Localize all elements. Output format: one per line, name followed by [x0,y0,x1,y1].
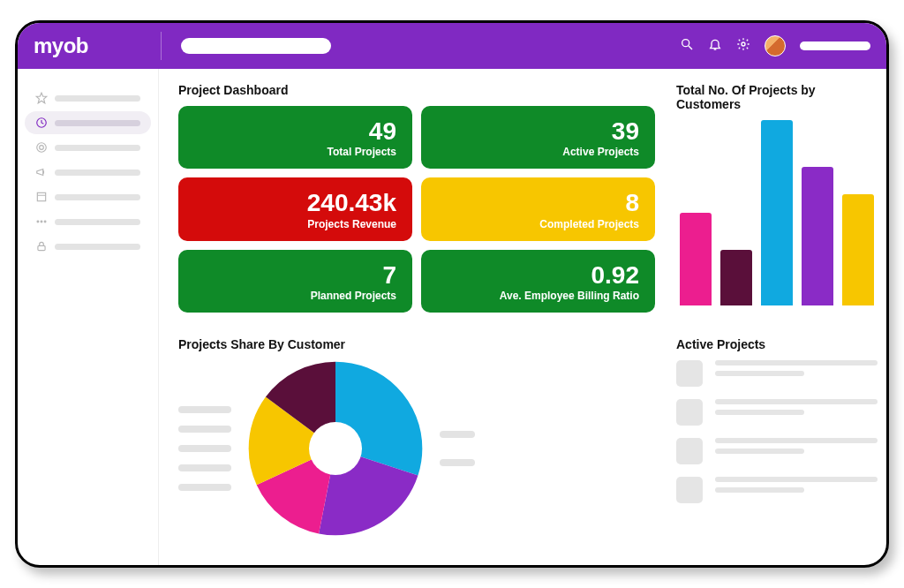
kpi-card: 8Completed Projects [421,177,655,240]
topbar-actions [680,35,870,57]
sidebar-item[interactable] [25,161,151,184]
bar [720,250,752,305]
kpi-card: 49Total Projects [178,106,412,169]
kpi-value: 8 [437,190,639,215]
sidebar-item[interactable] [25,210,151,233]
user-name [800,41,870,50]
kpi-card: 39Active Projects [421,106,655,169]
active-projects-list [676,360,878,503]
dots-icon [35,215,48,228]
svg-marker-4 [36,93,47,103]
list-line [715,449,804,454]
svg-point-6 [37,143,47,153]
dashboard-title: Project Dashboard [178,83,655,97]
megaphone-icon [35,166,48,178]
list-item[interactable] [676,477,878,503]
svg-rect-13 [38,245,45,250]
bar-chart-title: Total No. Of Projects by Customers [676,83,878,111]
list-thumb [676,399,703,426]
sidebar-item-label [55,95,140,102]
svg-point-10 [37,221,39,222]
sidebar [18,69,159,565]
sidebar-item[interactable] [25,185,151,208]
svg-line-1 [689,46,692,49]
list-item[interactable] [676,360,878,387]
legend-item [178,484,231,491]
kpi-section: Project Dashboard 49Total Projects39Acti… [178,83,655,327]
kpi-value: 0.92 [437,262,639,288]
gear-icon[interactable] [736,37,750,55]
search-input[interactable] [181,38,331,54]
donut-legend [178,406,231,491]
donut-section: Projects Share By Customer [178,337,655,551]
sidebar-item-label [55,219,140,225]
svg-point-12 [44,221,46,222]
legend-item [178,445,231,452]
kpi-card: 0.92Ave. Employee Billing Ratio [421,250,655,313]
search-icon[interactable] [680,37,694,55]
kpi-label: Active Projects [437,146,639,158]
list-line [715,360,878,366]
app-frame: myob Project Dashboard 49Total Pr [15,20,889,568]
kpi-value: 49 [194,118,396,144]
list-line [715,438,878,443]
bar [680,213,712,305]
svg-rect-8 [37,192,45,200]
list-item[interactable] [676,438,878,464]
topbar: myob [18,23,886,69]
donut-legend-right [440,431,475,466]
sidebar-item[interactable] [25,111,151,134]
main-content: Project Dashboard 49Total Projects39Acti… [159,69,886,565]
kpi-value: 39 [437,118,639,144]
sidebar-item-label [55,194,140,200]
star-icon [35,92,48,104]
active-projects-section: Active Projects [676,337,878,551]
bell-icon[interactable] [708,37,722,55]
bar [802,167,833,306]
bar-chart-section: Total No. Of Projects by Customers [676,83,878,327]
kpi-label: Planned Projects [194,290,396,302]
sidebar-item-label [55,244,140,250]
list-line [715,371,804,376]
kpi-label: Completed Projects [437,218,639,230]
svg-point-7 [40,146,44,150]
list-thumb [676,477,703,503]
svg-point-14 [309,422,362,475]
legend-item [178,406,231,413]
sidebar-item[interactable] [25,87,151,109]
sidebar-item[interactable] [25,235,151,258]
active-projects-title: Active Projects [676,337,878,351]
clock-icon [35,117,48,129]
legend-item [178,426,231,433]
list-thumb [676,438,703,464]
kpi-label: Total Projects [194,146,396,158]
target-icon [35,141,48,154]
bar-chart [676,120,878,305]
avatar[interactable] [765,35,786,57]
sidebar-item[interactable] [25,136,151,159]
list-line [715,487,804,493]
svg-point-3 [742,42,745,46]
list-thumb [676,360,703,387]
lock-icon [35,240,48,253]
list-line [715,410,804,415]
svg-point-11 [41,221,42,222]
topbar-divider [161,32,162,60]
legend-item [178,464,231,471]
bar [842,194,874,305]
kpi-card: 240.43kProjects Revenue [178,177,412,240]
frame-icon [35,191,48,203]
bar [761,120,793,305]
kpi-label: Projects Revenue [194,218,396,230]
list-line [715,477,878,482]
sidebar-item-label [55,120,140,126]
legend-item [440,431,475,438]
list-line [715,399,878,404]
legend-item [440,459,475,466]
sidebar-item-label [55,145,140,151]
svg-point-0 [682,40,689,47]
kpi-value: 7 [194,262,396,288]
kpi-label: Ave. Employee Billing Ratio [437,290,639,302]
sidebar-item-label [55,170,140,176]
list-item[interactable] [676,399,878,426]
